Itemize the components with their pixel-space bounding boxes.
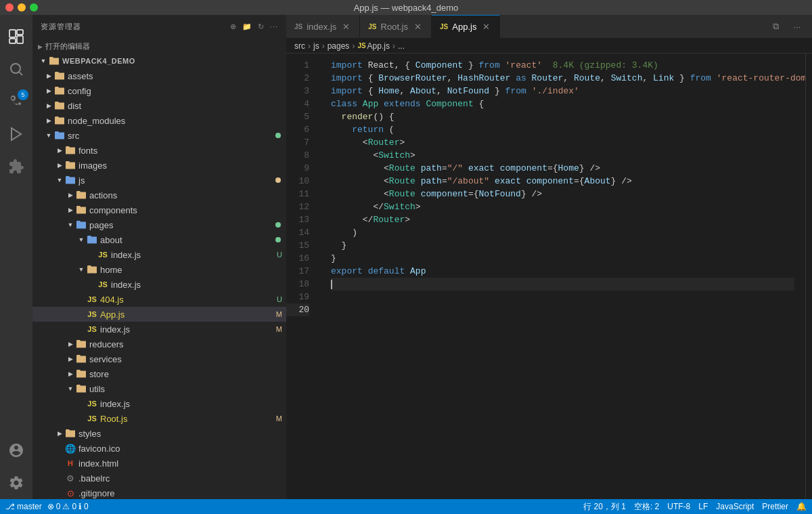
tree-item[interactable]: JS index.js xyxy=(32,396,286,411)
tree-item[interactable]: about xyxy=(32,232,286,247)
new-folder-icon[interactable]: 📁 xyxy=(242,22,252,31)
tree-item[interactable]: dist xyxy=(32,98,286,113)
indentation[interactable]: 空格: 2 xyxy=(634,501,659,513)
activity-run[interactable] xyxy=(0,118,32,150)
error-num: 0 xyxy=(56,502,61,511)
git-badge: U xyxy=(277,251,282,259)
tab-root-js[interactable]: JS Root.js ✕ xyxy=(360,15,432,38)
window-controls[interactable] xyxy=(5,3,38,12)
language-mode[interactable]: JavaScript xyxy=(716,502,754,511)
tab-index-js[interactable]: JS index.js ✕ xyxy=(286,15,360,38)
close-button[interactable] xyxy=(5,3,14,12)
project-root[interactable]: WEBPACK4_DEMO xyxy=(32,53,286,68)
formatter[interactable]: Prettier xyxy=(762,502,788,511)
refresh-icon[interactable]: ↻ xyxy=(258,22,265,31)
tree-item[interactable]: JS index.js M xyxy=(32,322,286,337)
folder-arrow xyxy=(43,98,54,113)
tree-item[interactable]: ⚙ .babelrc xyxy=(32,471,286,486)
activity-bar: 5 xyxy=(0,15,32,499)
encoding[interactable]: UTF-8 xyxy=(667,502,690,511)
info-num: 0 xyxy=(84,502,89,511)
split-editor-button[interactable]: ⧉ xyxy=(766,17,785,36)
tree-item[interactable]: JS Root.js M xyxy=(32,411,286,426)
activity-settings[interactable] xyxy=(0,467,32,499)
tree-item[interactable]: fonts xyxy=(32,143,286,158)
git-branch[interactable]: ⎇ master xyxy=(5,502,42,511)
folder-arrow xyxy=(65,337,76,351)
tab-close-button[interactable]: ✕ xyxy=(412,21,423,32)
folder-icon xyxy=(54,115,65,126)
error-count[interactable]: ⊗ 0 ⚠ 0 ℹ 0 xyxy=(47,502,89,511)
activity-search[interactable] xyxy=(0,53,32,85)
folder-icon xyxy=(54,100,65,111)
tree-item[interactable]: H index.html xyxy=(32,456,286,471)
more-icon[interactable]: ··· xyxy=(270,22,278,31)
status-right: 行 20，列 1 空格: 2 UTF-8 LF JavaScript Prett… xyxy=(583,501,807,513)
tree-item-label: components xyxy=(89,205,286,215)
tree-item[interactable]: JS index.js xyxy=(32,277,286,292)
tree-item[interactable]: images xyxy=(32,158,286,173)
breadcrumb-more[interactable]: ... xyxy=(398,41,405,51)
activity-explorer[interactable] xyxy=(0,20,32,53)
tree-item[interactable]: ⊙ .gitignore xyxy=(32,486,286,499)
tree-item[interactable]: utils xyxy=(32,381,286,396)
tab-close-button[interactable]: ✕ xyxy=(340,21,351,32)
tree-item-label: reducers xyxy=(89,339,286,349)
folder-arrow xyxy=(76,262,87,277)
tabs-bar: JS index.js ✕ JS Root.js ✕ JS App.js ✕ ⧉… xyxy=(286,15,812,39)
tab-app-js[interactable]: JS App.js ✕ xyxy=(432,15,500,38)
folder-arrow xyxy=(65,351,76,366)
tree-item-label: index.js xyxy=(111,250,277,260)
folder-arrow xyxy=(43,83,54,98)
breadcrumb-js[interactable]: js xyxy=(313,41,319,51)
tree-item[interactable]: JS index.js U xyxy=(32,247,286,262)
tree-item[interactable]: config xyxy=(32,83,286,98)
tree-item[interactable]: reducers xyxy=(32,337,286,351)
tree-item-label: .gitignore xyxy=(78,488,286,498)
folder-icon xyxy=(87,264,97,275)
branch-name: master xyxy=(17,502,42,511)
folder-arrow xyxy=(54,158,65,173)
tree-item-app-js[interactable]: JS App.js M xyxy=(32,307,286,322)
more-actions-button[interactable]: ··· xyxy=(788,17,807,36)
maximize-button[interactable] xyxy=(30,3,38,12)
tree-item[interactable]: services xyxy=(32,351,286,366)
activity-account[interactable] xyxy=(0,434,32,467)
tab-close-button[interactable]: ✕ xyxy=(480,22,491,33)
eol[interactable]: LF xyxy=(698,502,708,511)
code-content[interactable]: import React, { Component } from 'react'… xyxy=(320,53,805,499)
sidebar-title: 资源管理器 xyxy=(41,22,81,32)
folder-arrow xyxy=(65,366,76,381)
tree-item[interactable]: store xyxy=(32,366,286,381)
breadcrumb-pages[interactable]: pages xyxy=(328,41,350,51)
git-badge: M xyxy=(276,414,282,423)
tree-item[interactable]: assets xyxy=(32,68,286,83)
tree-item[interactable]: styles xyxy=(32,426,286,441)
tree-item[interactable]: 🌐 favicon.ico xyxy=(32,441,286,456)
folder-arrow xyxy=(65,188,76,202)
warning-icon: ⚠ xyxy=(62,502,70,511)
breadcrumb-file[interactable]: App.js xyxy=(367,41,390,51)
tree-item[interactable]: home xyxy=(32,262,286,277)
code-editor: 12345 678910 1112131415 1617181920 impor… xyxy=(286,53,812,499)
tree-item[interactable]: JS 404.js U xyxy=(32,292,286,307)
tree-item[interactable]: node_modules xyxy=(32,113,286,128)
open-editors-section[interactable]: 打开的编辑器 xyxy=(32,39,286,53)
cursor-position[interactable]: 行 20，列 1 xyxy=(583,501,626,513)
activity-extensions[interactable] xyxy=(0,150,32,183)
tree-item[interactable]: components xyxy=(32,202,286,217)
tree-item[interactable]: js xyxy=(32,173,286,188)
minimap xyxy=(805,53,812,499)
new-file-icon[interactable]: ⊕ xyxy=(230,22,237,31)
tree-item[interactable]: pages xyxy=(32,217,286,232)
status-bar: ⎇ master ⊗ 0 ⚠ 0 ℹ 0 行 20，列 1 空格: 2 UTF-… xyxy=(0,499,812,514)
breadcrumb: src › js › pages › JS App.js › ... xyxy=(286,39,812,53)
folder-open-icon xyxy=(54,130,65,141)
activity-source-control[interactable]: 5 xyxy=(0,85,32,118)
minimize-button[interactable] xyxy=(18,3,26,12)
tree-item-label: .babelrc xyxy=(78,473,286,484)
tree-item[interactable]: src xyxy=(32,128,286,143)
breadcrumb-src[interactable]: src xyxy=(294,41,305,51)
notifications[interactable]: 🔔 xyxy=(796,502,807,511)
tree-item[interactable]: actions xyxy=(32,188,286,202)
